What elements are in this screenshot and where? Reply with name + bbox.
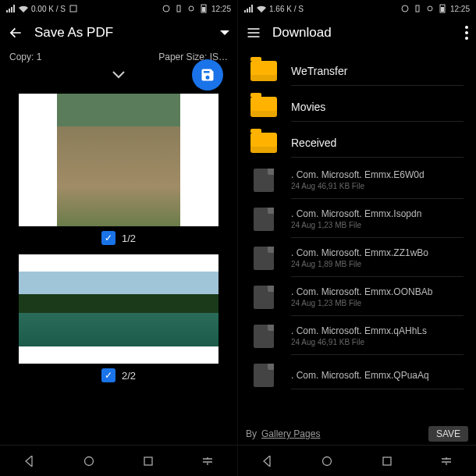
svg-rect-6 [144,457,152,465]
wifi-icon [257,4,266,13]
svg-point-1 [163,5,169,12]
file-icon [254,169,274,192]
file-row[interactable]: . Com. Microsoft. Emmx.ZZ1wBo 24 Aug 1,8… [238,239,476,278]
alarm-icon [162,4,171,13]
file-name-label: . Com. Microsoft. Emmx.ZZ1wBo [291,247,464,258]
folder-icon [250,61,277,81]
file-row[interactable]: . Com. Microsoft. Emmx.qAHhLs 24 Aug 46,… [238,317,476,356]
folder-name-label: Movies [291,101,464,113]
folder-row[interactable]: Received [238,125,476,161]
file-row[interactable]: . Com. Microsoft. Emmx.QPuaAq [238,356,476,395]
page-checkbox[interactable]: ✓ [101,368,115,382]
file-name-label: . Com. Microsoft. Emmx.E6W0d [291,169,464,180]
file-icon [254,286,274,309]
vibrate-icon [413,4,422,13]
file-list: WeTransfer Movies Received . Com. Micros… [238,48,476,423]
file-meta-label: 24 Aug 46,91 KB File [291,182,464,190]
folder-icon [250,133,277,153]
app-bar: Save As PDF [0,17,237,48]
screenshot-icon [69,4,78,13]
sync-icon [186,4,196,13]
right-phone: 1.66 K / S 12:25 Download WeTransfer [238,0,476,476]
nav-home-icon[interactable] [81,453,97,469]
folder-name-label: Received [291,137,464,149]
battery-icon [199,4,208,13]
folder-row[interactable]: WeTransfer [238,53,476,89]
svg-rect-15 [383,457,391,465]
alarm-icon [400,4,410,13]
nav-back-icon[interactable] [260,453,275,469]
nav-panel-icon[interactable] [439,453,454,469]
svg-point-5 [85,456,94,465]
save-button[interactable]: SAVE [428,426,468,442]
svg-point-11 [465,26,468,29]
file-icon [254,208,274,231]
nav-recent-icon[interactable] [379,453,395,469]
svg-point-13 [465,37,468,40]
folder-row[interactable]: Movies [238,89,476,125]
collapse-row [0,64,237,86]
left-phone: 0.00 K / S 12:25 Save As PDF Copy: 1 Pap… [0,0,238,476]
bottom-bar: By Gallery Pages SAVE [238,423,476,445]
file-name-label: . Com. Microsoft. Emmx.qAHhLs [291,325,464,336]
network-speed: 1.66 K / S [269,5,304,13]
file-meta-label: 24 Aug 46,91 KB File [291,338,464,346]
nav-bar [238,445,476,476]
nav-panel-icon[interactable] [200,453,215,469]
page-counter: 2/2 [122,370,136,382]
chevron-down-icon[interactable] [112,70,126,80]
clock: 12:25 [450,5,470,13]
file-icon [254,364,274,387]
page-preview[interactable]: ✓ 2/2 [19,254,218,387]
page-title: Save As PDF [34,25,113,41]
svg-point-12 [465,31,468,34]
paper-label: Paper Size: IS… [158,52,228,62]
pages-list: ✓ 1/2 ✓ 2/2 [0,86,237,445]
menu-icon[interactable] [246,25,261,41]
svg-point-7 [402,5,408,12]
clock: 12:25 [211,5,231,13]
nav-bar [0,445,237,476]
page-title: Download [272,25,332,41]
signal-icon [244,4,254,13]
overflow-icon[interactable] [465,26,468,40]
sync-icon [425,4,435,13]
folder-name-label: WeTransfer [291,65,464,77]
dropdown-icon[interactable] [220,28,229,37]
signal-icon [6,4,16,13]
network-speed: 0.00 K / S [31,5,66,13]
file-icon [254,325,274,348]
svg-rect-0 [70,5,76,12]
app-bar: Download [238,17,476,48]
save-icon [200,67,215,83]
page-checkbox[interactable]: ✓ [101,231,115,245]
file-meta-label: 24 Aug 1,23 MB File [291,299,464,307]
path-prefix: By [246,428,257,439]
svg-point-14 [323,456,332,465]
nav-recent-icon[interactable] [140,453,156,469]
wifi-icon [19,4,28,13]
back-icon[interactable] [8,25,23,41]
file-name-label: . Com. Microsoft. Emmx.OONBAb [291,286,464,297]
status-bar: 1.66 K / S 12:25 [238,0,476,17]
page-thumbnail [19,94,218,226]
file-name-label: . Com. Microsoft. Emmx.Isopdn [291,208,464,219]
file-meta-label: 24 Aug 1,23 MB File [291,221,464,229]
svg-rect-10 [441,7,444,12]
file-row[interactable]: . Com. Microsoft. Emmx.Isopdn 24 Aug 1,2… [238,200,476,239]
page-thumbnail [19,254,218,364]
file-row[interactable]: . Com. Microsoft. Emmx.E6W0d 24 Aug 46,9… [238,161,476,200]
page-counter: 1/2 [122,233,136,244]
vibrate-icon [174,4,183,13]
page-preview[interactable]: ✓ 1/2 [19,94,218,250]
svg-rect-4 [202,7,205,12]
path-value[interactable]: Gallery Pages [261,428,320,439]
file-meta-label: 24 Aug 1,89 MB File [291,260,464,268]
copy-label: Copy: 1 [9,52,41,62]
status-bar: 0.00 K / S 12:25 [0,0,237,17]
battery-icon [438,4,447,13]
file-row[interactable]: . Com. Microsoft. Emmx.OONBAb 24 Aug 1,2… [238,278,476,317]
save-fab[interactable] [192,59,223,91]
nav-back-icon[interactable] [22,453,37,469]
nav-home-icon[interactable] [319,453,335,469]
